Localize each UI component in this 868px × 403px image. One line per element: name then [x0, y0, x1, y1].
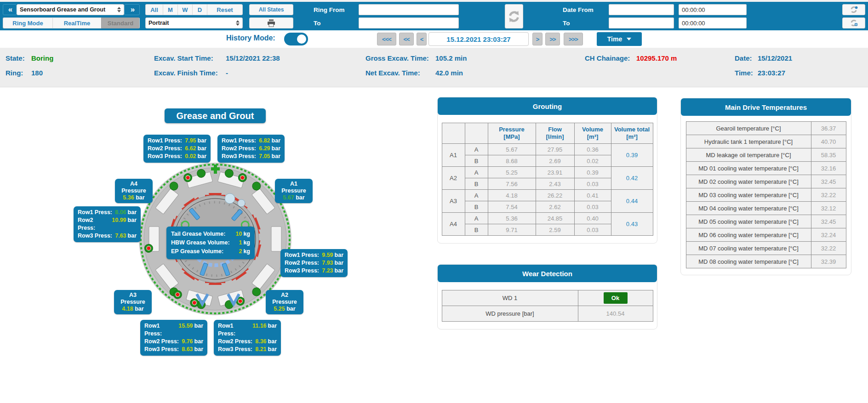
table-row: MD 01 cooling water temperature [°C]32.1… — [686, 162, 846, 175]
a4-pressure-box: A4 Pressure 5.36 bar — [115, 179, 153, 203]
ring-value: 180 — [31, 69, 43, 77]
wear-detection-panel: Wear Detection WD 1 Ok WD pressure [bar]… — [437, 264, 657, 329]
wd1-status-badge: Ok — [604, 292, 628, 304]
double-chevron-right-icon: » — [131, 5, 133, 14]
status-chainage: CH Chainage:10295.170 m — [585, 54, 677, 62]
table-row: Hydraulic tank 1 temperature [°C]40.70 — [686, 135, 846, 148]
table-row: MD 06 cooling water temperature [°C]32.2… — [686, 228, 846, 242]
table-row: MD 02 cooling water temperature [°C]32.4… — [686, 175, 846, 188]
sync-globe-icon — [849, 19, 858, 27]
date-to-label: To — [556, 17, 609, 28]
pressure-box-right: Row1 Press:9.59bar Row2 Press:7.93bar Ro… — [280, 249, 348, 277]
history-mode-toggle[interactable] — [284, 33, 308, 45]
time-to-input[interactable] — [679, 17, 747, 28]
table-row: WD 1 Ok — [442, 290, 653, 306]
ring-to-input[interactable] — [359, 17, 459, 28]
table-row: MD 04 cooling water temperature [°C]32.1… — [686, 202, 846, 215]
table-row: A1A 5.6727.950.36 0.39 — [442, 144, 653, 155]
ring-from-label: Ring From — [307, 4, 359, 15]
range-week-button[interactable]: W — [177, 4, 192, 15]
mode-button-group: Ring Mode RealTime Standard — [3, 17, 140, 28]
history-step-mode-select[interactable]: Time — [597, 32, 642, 46]
range-reset-button[interactable]: Reset — [207, 4, 243, 15]
history-mode-label: History Mode: — [226, 34, 275, 42]
range-all-button[interactable]: All — [145, 4, 163, 15]
table-row: MD 07 cooling water temperature [°C]32.2… — [686, 242, 846, 255]
status-net-time: Net Excav. Time:42.0 min — [365, 69, 463, 77]
all-states-button[interactable]: All States — [249, 4, 293, 15]
grease-volume-box: Tail Grease Volume:10kg HBW Grease Volum… — [166, 227, 255, 259]
refresh-icon — [507, 10, 521, 23]
sync-refresh-icon — [849, 6, 858, 14]
a2-pressure-box: A2 Pressure 5.25 bar — [266, 290, 303, 314]
date-from-input[interactable] — [609, 4, 674, 15]
status-gross-time: Gross Excav. Time:105.2 min — [365, 54, 467, 62]
range-day-button[interactable]: D — [192, 4, 207, 15]
pressure-box-bottom-right: Row1 Press:11.16bar Row2 Press:8.36bar R… — [214, 320, 281, 356]
ring-from-input[interactable] — [359, 4, 459, 15]
status-time: Time:23:03:27 — [735, 69, 785, 77]
main-drive-panel: Main Drive Temperatures Gearoil temperat… — [680, 98, 851, 275]
date-to-input[interactable] — [609, 17, 674, 28]
toggle-knob — [297, 34, 306, 44]
ring-mode-button[interactable]: Ring Mode — [3, 17, 52, 28]
status-excav-finish: Excav. Finish Time:- — [154, 69, 228, 77]
history-datetime-input[interactable] — [428, 32, 529, 46]
status-excav-start: Excav. Start Time:15/12/2021 22:38 — [154, 54, 280, 62]
table-row: MD 08 cooling water temperature [°C]32.3… — [686, 255, 846, 268]
table-row: MD 03 cooling water temperature [°C]32.2… — [686, 188, 846, 202]
grouting-panel: Grouting Pressure[MPa] Flow[l/min] Volum… — [437, 97, 657, 244]
wear-panel-title: Wear Detection — [438, 265, 657, 282]
sync-to-button[interactable] — [842, 17, 865, 28]
main-content: Grease and Grout — [0, 87, 868, 403]
double-chevron-left-icon: « — [8, 5, 11, 14]
table-row: MD leakage oil temperature [°C]58.35 — [686, 148, 846, 162]
table-row: Gearoil temperature [°C]36.37 — [686, 122, 846, 135]
orientation-select-value: Portrait — [148, 20, 236, 26]
realtime-button[interactable]: RealTime — [52, 17, 101, 28]
page-title: Grease and Grout — [165, 108, 266, 123]
range-button-group: All M W D Reset — [145, 4, 243, 15]
table-row: MD 05 cooling water temperature [°C]32.4… — [686, 215, 846, 228]
ring-to-label: To — [307, 17, 359, 28]
nav-forward-button[interactable]: >> — [545, 33, 560, 45]
table-row: A3A 4.1826.220.41 0.44 — [442, 190, 653, 201]
print-button[interactable] — [249, 17, 293, 28]
state-value: Boring — [31, 54, 53, 62]
date-from-label: Date From — [556, 4, 609, 15]
status-bar: State:Boring Ring:180 Excav. Start Time:… — [0, 48, 868, 87]
chainage-value: 10295.170 m — [636, 54, 677, 62]
range-month-button[interactable]: M — [163, 4, 177, 15]
pressure-box-left: Row1 Press:8.06bar Row2 Press:10.99bar R… — [74, 206, 141, 242]
nav-fast-back-button[interactable]: <<< — [377, 33, 396, 45]
nav-step-forward-button[interactable]: > — [532, 33, 542, 45]
time-from-input[interactable] — [679, 4, 747, 15]
sync-from-button[interactable] — [842, 4, 865, 15]
status-date: Date:15/12/2021 — [735, 54, 792, 62]
status-ring: Ring:180 — [6, 69, 43, 77]
main-toolbar: « Sensorboard Grease and Grout » All M W… — [0, 2, 868, 30]
prev-sensorboard-button[interactable]: « — [3, 4, 17, 15]
standard-button[interactable]: Standard — [101, 17, 140, 28]
spinner-icon — [117, 7, 121, 12]
grouting-panel-title: Grouting — [438, 97, 657, 115]
table-row: A2A 5.2523.910.39 0.42 — [442, 167, 653, 178]
pressure-box-bottom-left: Row1 Press:15.59bar Row2 Press:9.76bar R… — [140, 320, 207, 356]
table-row: A4A 5.3624.850.40 0.43 — [442, 213, 653, 224]
nav-fast-forward-button[interactable]: >>> — [564, 33, 583, 45]
history-bar: History Mode: <<< << < > >> >>> Time — [0, 30, 868, 48]
next-sensorboard-button[interactable]: » — [124, 4, 140, 15]
grouting-table: Pressure[MPa] Flow[l/min] Volume[m³] Vol… — [442, 123, 653, 236]
pressure-box-top-right: Row1 Press:6.82bar Row2 Press:6.29bar Ro… — [217, 135, 285, 163]
wear-table: WD 1 Ok WD pressure [bar] 140.54 — [442, 290, 653, 322]
a1-pressure-box: A1 Pressure 5.67 bar — [275, 179, 313, 203]
nav-step-back-button[interactable]: < — [417, 33, 427, 45]
sensorboard-select[interactable]: Sensorboard Grease and Grout — [17, 4, 124, 15]
printer-icon — [267, 19, 276, 27]
main-drive-table: Gearoil temperature [°C]36.37 Hydraulic … — [686, 121, 846, 268]
sensorboard-select-value: Sensorboard Grease and Grout — [20, 6, 117, 13]
nav-back-button[interactable]: << — [399, 33, 414, 45]
a3-pressure-box: A3 Pressure 4.18 bar — [114, 290, 152, 314]
refresh-button[interactable] — [505, 4, 523, 28]
orientation-select[interactable]: Portrait — [145, 17, 243, 28]
